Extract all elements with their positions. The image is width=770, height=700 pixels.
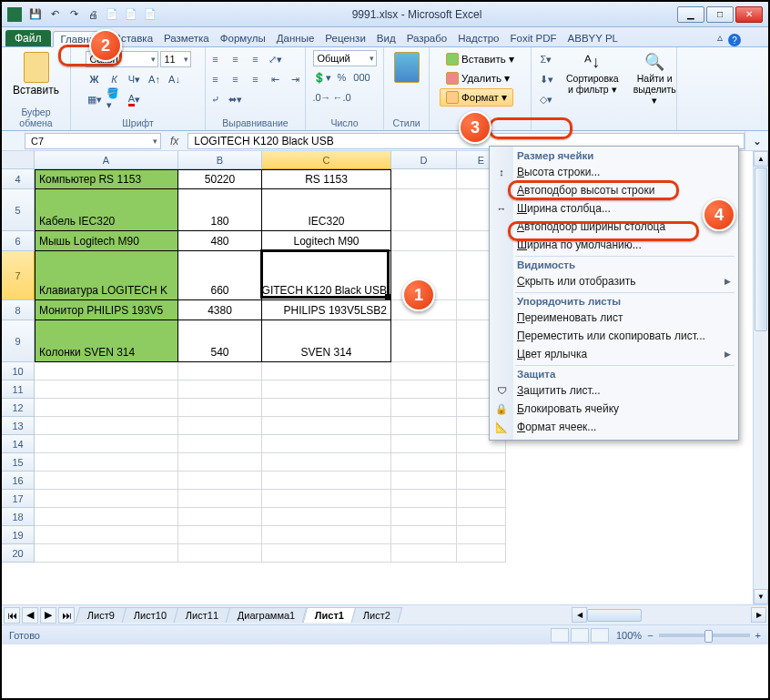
cell-C19[interactable]: [262, 526, 391, 544]
dd-item[interactable]: Скрыть или отобразить▶: [490, 272, 738, 290]
row-header-13[interactable]: 13: [2, 417, 35, 435]
cell-A9[interactable]: Колонки SVEN 314: [35, 320, 178, 362]
cell-B10[interactable]: [178, 362, 262, 380]
row-header-7[interactable]: 7: [2, 251, 35, 300]
fill[interactable]: ⬇▾: [537, 70, 555, 88]
row-header-4[interactable]: 4: [2, 169, 35, 189]
cell-B11[interactable]: [178, 380, 262, 399]
tab-ABBYY PL[interactable]: ABBYY PL: [562, 30, 623, 46]
cell-B4[interactable]: 50220: [178, 169, 262, 189]
qat-btn-6[interactable]: 📄: [142, 6, 158, 23]
sheet-tab-Лист9[interactable]: Лист9: [76, 607, 127, 623]
font-size-select[interactable]: 11: [160, 51, 191, 67]
cell-B18[interactable]: [178, 508, 262, 526]
zoom-value[interactable]: 100%: [616, 630, 642, 641]
qat-btn-3[interactable]: 🖨: [85, 6, 101, 23]
cell-B14[interactable]: [178, 435, 262, 453]
ribbon-minimize-dd[interactable]: ▵: [712, 28, 728, 46]
cell-B7[interactable]: 660: [178, 251, 262, 300]
sheet-tab-Лист2[interactable]: Лист2: [350, 607, 402, 623]
comma[interactable]: 000: [353, 68, 371, 86]
qat-btn-0[interactable]: 💾: [27, 6, 44, 23]
scroll-thumb-h[interactable]: [587, 609, 642, 622]
tab-Разметка[interactable]: Разметка: [158, 30, 215, 46]
cell-D19[interactable]: [391, 526, 457, 544]
row-header-12[interactable]: 12: [2, 399, 35, 417]
cell-B5[interactable]: 180: [178, 189, 262, 231]
cell-B17[interactable]: [178, 490, 262, 508]
cell-E17[interactable]: [457, 490, 506, 508]
dd-item[interactable]: 🛡Защитить лист...: [490, 381, 738, 400]
name-box[interactable]: C7: [25, 133, 161, 149]
find-select-button[interactable]: 🔍Найти и выделить ▾: [630, 50, 680, 107]
dd-item[interactable]: Переименовать лист: [490, 309, 738, 327]
underline-button[interactable]: Ч▾: [126, 70, 144, 88]
indent-inc[interactable]: ⇥: [287, 70, 305, 88]
close-button[interactable]: ✕: [735, 6, 763, 23]
cell-A17[interactable]: [35, 490, 178, 508]
dd-item[interactable]: ↔Ширина столбца...: [490, 199, 738, 218]
grow-font[interactable]: A↑: [146, 70, 164, 88]
cell-B12[interactable]: [178, 399, 262, 417]
maximize-button[interactable]: □: [706, 6, 734, 23]
cell-A11[interactable]: [35, 380, 178, 399]
cell-C11[interactable]: [262, 380, 391, 399]
bold-button[interactable]: Ж: [86, 70, 104, 88]
dd-item[interactable]: ↕Высота строки...: [490, 163, 738, 181]
cell-C9[interactable]: SVEN 314: [262, 320, 391, 362]
tab-Вид[interactable]: Вид: [371, 30, 401, 46]
scroll-left[interactable]: ◀: [572, 607, 587, 623]
sheet-tab-Диаграмма1[interactable]: Диаграмма1: [226, 607, 308, 623]
align-bot[interactable]: ≡: [247, 50, 265, 68]
cell-E18[interactable]: [457, 508, 506, 526]
cell-D11[interactable]: [391, 380, 457, 399]
cell-A19[interactable]: [35, 526, 178, 544]
cell-A12[interactable]: [35, 399, 178, 417]
orientation[interactable]: ⤢▾: [267, 50, 285, 68]
view-break[interactable]: [591, 628, 609, 643]
cell-D5[interactable]: [391, 189, 457, 231]
cell-D12[interactable]: [391, 399, 457, 417]
scroll-right[interactable]: ▶: [751, 607, 766, 623]
col-header-B[interactable]: B: [178, 151, 262, 169]
cell-E16[interactable]: [457, 472, 506, 490]
font-color[interactable]: A▾: [126, 90, 144, 108]
cell-B15[interactable]: [178, 453, 262, 472]
delete-cells-button[interactable]: Удалить ▾: [440, 69, 516, 87]
cell-B13[interactable]: [178, 417, 262, 435]
format-cells-button[interactable]: Формат ▾: [440, 88, 513, 107]
tab-file[interactable]: Файл: [5, 30, 51, 46]
cell-A16[interactable]: [35, 472, 178, 490]
row-header-20[interactable]: 20: [2, 544, 35, 563]
tab-Надстро[interactable]: Надстро: [452, 30, 504, 46]
sheet-tab-Лист1[interactable]: Лист1: [302, 607, 356, 623]
cell-D6[interactable]: [391, 231, 457, 251]
cell-A18[interactable]: [35, 508, 178, 526]
cell-C15[interactable]: [262, 453, 391, 472]
cell-C20[interactable]: [262, 544, 391, 563]
cell-C18[interactable]: [262, 508, 391, 526]
row-header-17[interactable]: 17: [2, 490, 35, 508]
border-button[interactable]: ▦▾: [86, 90, 104, 108]
row-header-6[interactable]: 6: [2, 231, 35, 251]
cell-D15[interactable]: [391, 453, 457, 472]
zoom-in[interactable]: +: [755, 630, 761, 641]
cell-C8[interactable]: PHILIPS 193V5LSB2: [262, 300, 391, 320]
tab-Разрабо[interactable]: Разрабо: [401, 30, 453, 46]
row-header-11[interactable]: 11: [2, 380, 35, 399]
scroll-down[interactable]: ▼: [754, 589, 768, 604]
wrap-text[interactable]: ⤶: [207, 90, 225, 108]
cell-B19[interactable]: [178, 526, 262, 544]
row-header-19[interactable]: 19: [2, 526, 35, 544]
zoom-slider[interactable]: [659, 634, 750, 637]
horizontal-scrollbar[interactable]: ◀ ▶: [400, 607, 768, 623]
sort-filter-button[interactable]: ᴬ↓Сортировка и фильтр ▾: [562, 50, 623, 96]
dd-item[interactable]: Цвет ярлычка▶: [490, 345, 738, 363]
dd-item[interactable]: Переместить или скопировать лист...: [490, 327, 738, 345]
cell-E19[interactable]: [457, 526, 506, 544]
scroll-up[interactable]: ▲: [754, 151, 768, 167]
qat-btn-4[interactable]: 📄: [104, 6, 120, 23]
cell-E20[interactable]: [457, 544, 506, 563]
row-header-10[interactable]: 10: [2, 362, 35, 380]
cell-D9[interactable]: [391, 320, 457, 362]
